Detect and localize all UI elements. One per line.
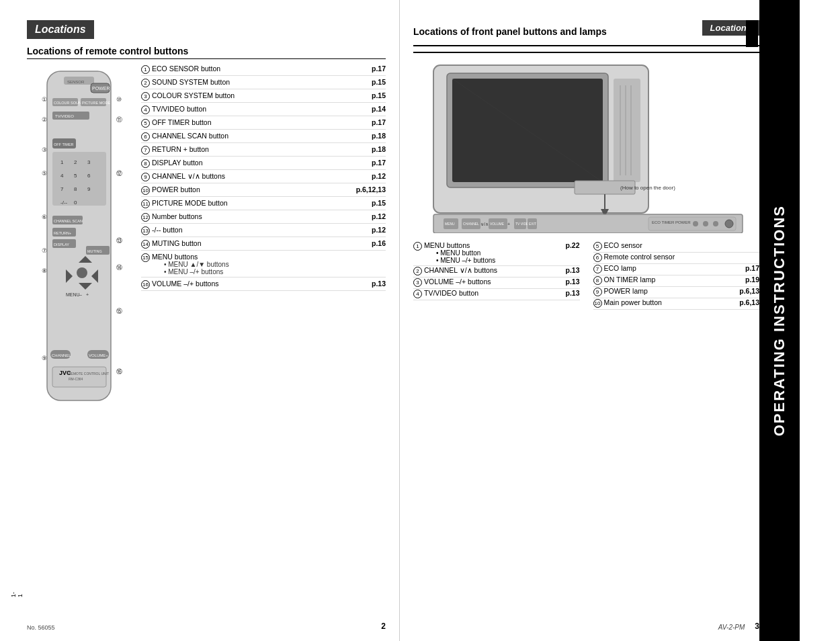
svg-text:4: 4 xyxy=(60,173,64,179)
svg-text:6: 6 xyxy=(87,173,91,179)
svg-text:⑯: ⑯ xyxy=(116,368,122,375)
svg-text:RM-C364: RM-C364 xyxy=(69,377,83,381)
svg-text:CHANNEL SCAN: CHANNEL SCAN xyxy=(54,219,83,223)
right-page: Locations of front panel buttons and lam… xyxy=(400,0,800,641)
fp-item-9: 9 POWER lamp p.6,13 xyxy=(593,287,760,298)
svg-text:ECO  TIMER  POWER: ECO TIMER POWER xyxy=(652,220,691,224)
fp-col-left: 1 MENU buttons • MENU button • MENU –/+ … xyxy=(413,241,580,310)
svg-text:8: 8 xyxy=(74,186,77,192)
btn-item-12: 12 Number buttons p.12 xyxy=(141,212,386,224)
svg-text:③: ③ xyxy=(42,146,47,153)
left-content-area: ① ② ③ ⑤ ⑥ ⑦ ⑧ ⑨ ⑩ ⑪ ⑫ ⑬ ⑭ ⑮ ⑯ SENSOR xyxy=(27,65,386,415)
svg-text:DISPLAY: DISPLAY xyxy=(54,243,69,247)
fp-num-1: 1 xyxy=(413,242,422,251)
svg-point-94 xyxy=(725,220,733,228)
fp-num-6: 6 xyxy=(593,253,602,262)
svg-text:5: 5 xyxy=(74,173,77,179)
svg-text:+: + xyxy=(86,292,89,297)
side-label: 1-1 xyxy=(10,592,24,597)
btn-item-5: 5 OFF TIMER button p.17 xyxy=(141,118,386,130)
btn-item-7: 7 RETURN + button p.18 xyxy=(141,145,386,157)
svg-rect-68 xyxy=(614,79,640,182)
svg-text:⑮: ⑮ xyxy=(116,308,122,314)
right-header: Locations of front panel buttons and lam… xyxy=(413,20,759,46)
svg-text:7: 7 xyxy=(60,186,64,192)
svg-text:POWER: POWER xyxy=(92,86,110,91)
fp-num-9: 9 xyxy=(593,288,602,296)
svg-text:⑨: ⑨ xyxy=(42,355,47,361)
svg-text:RETURN+: RETURN+ xyxy=(54,231,71,235)
btn-num-2: 2 xyxy=(141,79,150,87)
btn-item-1: 1 ECO SENSOR button p.17 xyxy=(141,65,386,76)
btn-num-11: 11 xyxy=(141,200,150,208)
svg-text:0: 0 xyxy=(74,200,77,206)
right-page-number: 3 xyxy=(755,622,759,631)
btn-item-3: 3 COLOUR SYSTEM button p.15 xyxy=(141,91,386,103)
svg-text:COLOUR SOUND: COLOUR SOUND xyxy=(54,101,84,105)
svg-text:⑥: ⑥ xyxy=(42,214,47,220)
btn-item-6: 6 CHANNEL SCAN button p.18 xyxy=(141,132,386,143)
svg-text:–: – xyxy=(79,292,82,297)
svg-point-91 xyxy=(693,221,698,226)
right-subsection-title: Locations of front panel buttons and lam… xyxy=(413,26,607,37)
svg-text:∨/∧: ∨/∧ xyxy=(480,222,489,226)
fp-num-10: 10 xyxy=(593,299,602,308)
svg-text:9: 9 xyxy=(87,186,91,192)
svg-text:⑫: ⑫ xyxy=(116,170,122,177)
left-section-title: Locations xyxy=(27,20,94,39)
btn-num-1: 1 xyxy=(141,65,150,74)
btn-item-13: 13 -/-- button p.12 xyxy=(141,226,386,237)
fp-item-2: 2 CHANNEL ∨/∧ buttons p.13 xyxy=(413,266,580,277)
fp-item-10: 10 Main power button p.6,13 xyxy=(593,298,760,310)
fp-num-3: 3 xyxy=(413,278,422,287)
svg-text:REMOTE CONTROL UNIT: REMOTE CONTROL UNIT xyxy=(69,372,109,376)
btn-item-14: 14 MUTING button p.16 xyxy=(141,239,386,251)
svg-text:⑪: ⑪ xyxy=(116,116,122,123)
left-page-number: 2 xyxy=(381,622,386,631)
fp-num-7: 7 xyxy=(593,265,602,273)
svg-point-93 xyxy=(713,221,718,226)
fp-col-right: 5 ECO sensor 6 Remote control sensor 7 E… xyxy=(593,241,760,310)
btn-num-6: 6 xyxy=(141,132,150,141)
fp-num-8: 8 xyxy=(593,276,602,285)
btn-num-3: 3 xyxy=(141,92,150,101)
fp-item-6: 6 Remote control sensor xyxy=(593,253,760,264)
btn-item-8: 8 DISPLAY button p.17 xyxy=(141,159,386,170)
svg-text:MUTING: MUTING xyxy=(87,249,102,253)
svg-text:-/--: -/-- xyxy=(60,200,68,206)
svg-text:MENU: MENU xyxy=(66,292,80,297)
model-number: No. 56055 1-1 xyxy=(27,624,55,631)
svg-text:①: ① xyxy=(42,96,47,103)
fp-item-8: 8 ON TIMER lamp p.19 xyxy=(593,275,760,287)
fp-num-5: 5 xyxy=(593,242,602,251)
svg-text:⑤: ⑤ xyxy=(42,170,47,177)
svg-text:⑭: ⑭ xyxy=(116,264,122,271)
svg-text:MENU: MENU xyxy=(445,222,455,226)
button-list: 1 ECO SENSOR button p.17 2 SOUND SYSTEM … xyxy=(141,65,386,415)
fp-item-4: 4 TV/VIDEO button p.13 xyxy=(413,289,580,300)
svg-text:⑩: ⑩ xyxy=(116,96,122,103)
svg-text:SENSOR: SENSOR xyxy=(67,80,85,84)
sidebar-text: OPERATING INSTRUCTIONS xyxy=(771,205,788,436)
fp-item-7: 7 ECO lamp p.17 xyxy=(593,264,760,275)
tv-diagram: (How to open the door) (behind the door)… xyxy=(413,58,759,234)
svg-text:TV/VIDEO: TV/VIDEO xyxy=(55,114,74,118)
right-footer: AV-2-PM 3 xyxy=(413,622,759,631)
corner-decoration xyxy=(746,20,758,47)
svg-text:OFF TIMER: OFF TIMER xyxy=(54,142,74,146)
btn-item-16: 16 VOLUME –/+ buttons p.13 xyxy=(141,280,386,291)
svg-text:2: 2 xyxy=(74,159,77,165)
svg-text:+: + xyxy=(507,222,510,226)
fp-item-5: 5 ECO sensor xyxy=(593,241,760,253)
btn-item-15: 15 MENU buttons • MENU ▲/▼ buttons • MEN… xyxy=(141,253,386,277)
svg-text:(How to open the door): (How to open the door) xyxy=(620,185,675,191)
btn-num-12: 12 xyxy=(141,213,150,222)
svg-point-52 xyxy=(77,267,87,278)
left-page: Locations Locations of remote control bu… xyxy=(0,0,400,641)
fp-num-4: 4 xyxy=(413,290,422,298)
btn-num-14: 14 xyxy=(141,240,150,249)
btn-num-15: 15 xyxy=(141,253,150,262)
btn-num-16: 16 xyxy=(141,280,150,289)
btn-num-10: 10 xyxy=(141,186,150,195)
btn-item-2: 2 SOUND SYSTEM button p.15 xyxy=(141,78,386,89)
